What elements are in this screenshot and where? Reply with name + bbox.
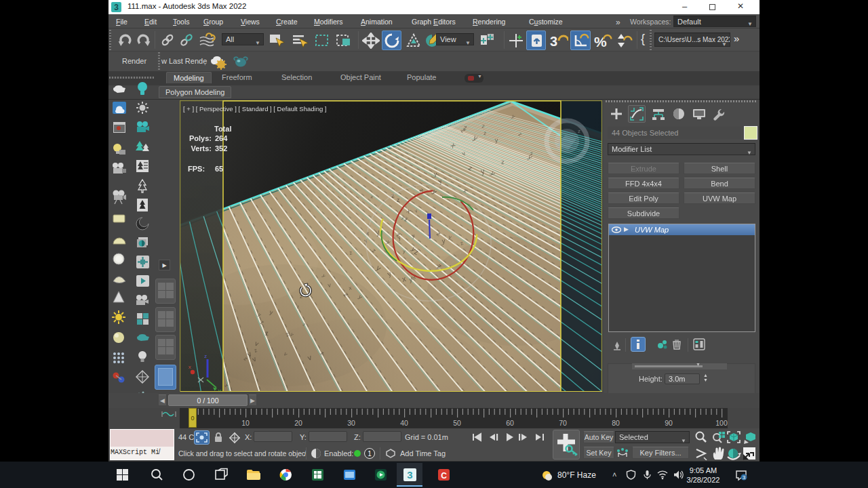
svg-text:z: z (501, 159, 505, 165)
svg-text:Verts:: Verts: (191, 144, 212, 152)
svg-text:z: z (484, 130, 487, 136)
svg-text:3: 3 (407, 469, 412, 481)
svg-text:65: 65 (215, 165, 223, 173)
svg-text:z: z (265, 329, 269, 337)
svg-text:3: 3 (743, 474, 746, 481)
svg-text:x: x (189, 364, 191, 370)
svg-text:z: z (530, 150, 533, 157)
svg-text:[ + ] [ Perspective ] [ Standa: [ + ] [ Perspective ] [ Standard ] [ Def… (183, 105, 327, 113)
svg-text:3: 3 (550, 34, 557, 49)
svg-text:z: z (578, 128, 580, 134)
svg-text:264: 264 (215, 134, 228, 142)
svg-text:FPS:: FPS: (188, 165, 205, 173)
svg-text:Polys:: Polys: (189, 134, 212, 142)
svg-text:3: 3 (114, 3, 119, 12)
svg-text:z: z (204, 353, 207, 359)
svg-text:C: C (441, 471, 447, 481)
svg-text:352: 352 (215, 144, 227, 152)
svg-text:Total: Total (214, 125, 231, 133)
